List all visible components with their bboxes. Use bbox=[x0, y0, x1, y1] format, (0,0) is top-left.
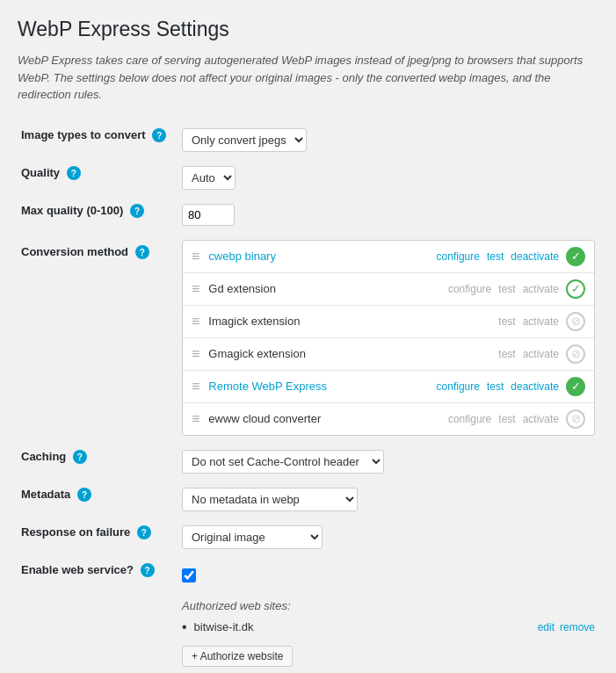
response-on-failure-help-icon[interactable]: ? bbox=[137, 525, 151, 539]
conv-status-imagick: ⊘ bbox=[566, 312, 585, 331]
conv-row-ewww: ewww cloud converter configure test acti… bbox=[183, 403, 594, 435]
authorized-sites-label: Authorized web sites: bbox=[182, 599, 595, 612]
auth-site-name: bitwise-it.dk bbox=[194, 620, 531, 633]
max-quality-help-icon[interactable]: ? bbox=[130, 204, 144, 218]
conv-row-cwebp: cwebp binary configure test deactivate ✓ bbox=[183, 241, 594, 273]
drag-handle-ewww[interactable] bbox=[192, 411, 199, 427]
conv-test-remote[interactable]: test bbox=[487, 380, 504, 393]
max-quality-input[interactable] bbox=[182, 204, 235, 226]
conv-row-remote: Remote WebP Express configure test deact… bbox=[183, 371, 594, 403]
bullet-icon: • bbox=[182, 619, 187, 635]
auth-site-edit-link[interactable]: edit bbox=[538, 621, 554, 633]
quality-select[interactable]: Auto bbox=[182, 166, 236, 190]
drag-handle-gd[interactable] bbox=[192, 281, 199, 297]
drag-handle-gmagick[interactable] bbox=[192, 346, 199, 362]
conv-name-gmagick: Gmagick extension bbox=[208, 347, 491, 360]
caching-select[interactable]: Do not set Cache-Control header bbox=[182, 450, 384, 474]
conv-name-remote: Remote WebP Express bbox=[208, 380, 429, 393]
conv-name-cwebp: cwebp binary bbox=[208, 250, 429, 263]
conv-activate-ewww[interactable]: activate bbox=[523, 413, 559, 425]
conv-test-gd[interactable]: test bbox=[498, 283, 515, 295]
conv-name-ewww: ewww cloud converter bbox=[208, 412, 441, 425]
conversion-method-help-icon[interactable]: ? bbox=[135, 245, 149, 259]
conv-configure-cwebp[interactable]: configure bbox=[437, 250, 480, 263]
conv-test-gmagick[interactable]: test bbox=[498, 348, 515, 360]
enable-web-service-help-icon[interactable]: ? bbox=[141, 563, 155, 577]
conv-row-gd: Gd extension configure test activate ✓ bbox=[183, 273, 594, 306]
conv-deactivate-cwebp[interactable]: deactivate bbox=[511, 250, 559, 263]
enable-web-service-label: Enable web service? bbox=[21, 563, 134, 576]
auth-site-row: • bitwise-it.dk edit remove bbox=[182, 619, 595, 635]
conv-row-gmagick: Gmagick extension test activate ⊘ bbox=[183, 338, 594, 371]
metadata-select[interactable]: No metadata in webp bbox=[182, 488, 358, 511]
page-description: WebP Express takes care of serving autog… bbox=[18, 52, 598, 104]
response-on-failure-select[interactable]: Original image bbox=[182, 525, 322, 549]
conv-name-imagick: Imagick extension bbox=[208, 315, 491, 328]
quality-label: Quality bbox=[21, 166, 60, 179]
conv-status-gd: ✓ bbox=[566, 279, 585, 299]
response-on-failure-label: Response on failure bbox=[21, 525, 130, 539]
conv-status-remote: ✓ bbox=[566, 377, 585, 396]
conv-configure-remote[interactable]: configure bbox=[437, 380, 480, 393]
drag-handle-remote[interactable] bbox=[192, 379, 199, 394]
conv-name-gd: Gd extension bbox=[208, 282, 441, 295]
metadata-label: Metadata bbox=[21, 488, 70, 501]
conv-test-imagick[interactable]: test bbox=[498, 315, 515, 328]
metadata-help-icon[interactable]: ? bbox=[77, 488, 91, 502]
conversion-method-table: cwebp binary configure test deactivate ✓… bbox=[182, 240, 595, 436]
image-types-select[interactable]: Only convert jpegs bbox=[182, 128, 307, 152]
caching-label: Caching bbox=[21, 450, 66, 463]
conv-status-gmagick: ⊘ bbox=[566, 344, 585, 364]
conv-row-imagick: Imagick extension test activate ⊘ bbox=[183, 306, 594, 338]
authorize-website-button[interactable]: + Authorize website bbox=[182, 646, 293, 667]
conv-configure-ewww[interactable]: configure bbox=[448, 413, 491, 425]
enable-web-service-checkbox[interactable] bbox=[182, 568, 196, 583]
conv-deactivate-remote[interactable]: deactivate bbox=[511, 380, 559, 393]
conv-activate-gmagick[interactable]: activate bbox=[523, 348, 559, 360]
drag-handle-cwebp[interactable] bbox=[192, 249, 199, 264]
conv-test-ewww[interactable]: test bbox=[498, 413, 515, 425]
conv-activate-gd[interactable]: activate bbox=[523, 283, 559, 295]
conv-activate-imagick[interactable]: activate bbox=[523, 315, 559, 328]
conv-status-ewww: ⊘ bbox=[566, 409, 585, 429]
conv-test-cwebp[interactable]: test bbox=[487, 250, 504, 263]
max-quality-label: Max quality (0-100) bbox=[21, 204, 123, 217]
conv-configure-gd[interactable]: configure bbox=[448, 283, 491, 295]
conversion-method-label: Conversion method bbox=[21, 245, 128, 258]
image-types-label: Image types to convert bbox=[21, 128, 146, 141]
conv-status-cwebp: ✓ bbox=[566, 247, 585, 266]
quality-help-icon[interactable]: ? bbox=[67, 166, 81, 180]
auth-site-remove-link[interactable]: remove bbox=[560, 621, 595, 633]
caching-help-icon[interactable]: ? bbox=[73, 450, 87, 464]
drag-handle-imagick[interactable] bbox=[192, 314, 199, 329]
page-title: WebP Express Settings bbox=[18, 18, 598, 41]
image-types-help-icon[interactable]: ? bbox=[152, 128, 166, 142]
